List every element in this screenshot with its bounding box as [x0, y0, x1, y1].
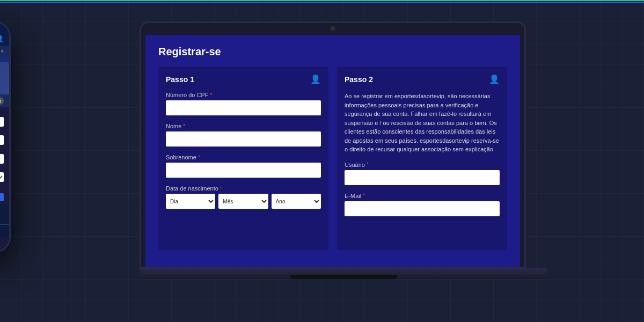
footer-col3-title: PRINCIPAL — [0, 208, 5, 211]
cpf-field: Número do CPF * — [166, 92, 321, 115]
usuario-label: Usuário * — [345, 162, 500, 168]
email-input[interactable] — [345, 201, 500, 216]
birthdate-star: * — [220, 186, 222, 192]
phone-nome-field: Nome * — [0, 130, 4, 145]
step2-person-icon: 👤 — [489, 74, 500, 84]
phone-steps: Passo 1 1 2 — [0, 94, 9, 107]
phone-sobrenome-input[interactable] — [0, 154, 4, 164]
nome-input[interactable] — [166, 131, 321, 147]
phone-year-select[interactable]: Ano — [0, 172, 4, 182]
cpf-input[interactable] — [166, 100, 321, 115]
laptop-camera — [331, 26, 335, 31]
green-line — [0, 0, 644, 1]
nome-star: * — [183, 123, 185, 129]
phone-body: ☰ Esportesda Sorte 👤 ‹ Registrar-se × — [0, 21, 11, 252]
day-select[interactable]: Dia — [166, 194, 215, 209]
nome-field: Nome * — [166, 123, 321, 147]
footer-col-3: PRINCIPAL ESPORTES Aposr — [0, 208, 5, 221]
phone-banner: BEM-VINDO CADASTRE-SE JÁ — [0, 57, 9, 94]
phone-mockup: ☰ Esportesda Sorte 👤 ‹ Registrar-se × — [0, 21, 11, 252]
user-icon[interactable]: 👤 — [0, 35, 4, 42]
step1-title: Passo 1 — [166, 75, 194, 84]
step2-header: Passo 2 👤 — [345, 74, 500, 84]
phone-form: Número do CPF * Nome * Sobrenome * — [0, 107, 9, 190]
step1-header: Passo 1 👤 — [166, 74, 321, 84]
usuario-field: Usuário * — [345, 162, 500, 185]
phone-footer: Sobre Nós Detalhes da Empresa Promoções … — [0, 204, 9, 224]
phone-screen: ☰ Esportesda Sorte 👤 ‹ Registrar-se × — [0, 23, 9, 251]
phone-sobrenome-label: Sobrenome * — [0, 149, 4, 152]
banner-figures — [0, 62, 9, 94]
cpf-star: * — [210, 92, 212, 98]
birthdate-field: Data de nascimento * Dia Mês — [166, 185, 321, 209]
phone-cpf-label: Número do CPF * — [0, 112, 4, 115]
phone-birthdate-row: Dia Mês Ano — [0, 172, 4, 182]
phone-cpf-input[interactable] — [0, 117, 4, 127]
phone-bottom-bar: ⌂ ⚽ 👤 ▦ — [0, 224, 9, 237]
phone-sobrenome-field: Sobrenome * — [0, 149, 4, 164]
email-field: E-Mail * — [345, 193, 500, 216]
sobrenome-label: Sobrenome * — [166, 154, 321, 160]
phone-nome-label: Nome * — [0, 130, 4, 134]
birthdate-row: Dia Mês Ano — [166, 194, 321, 209]
phone-birthdate-label: Data de nascimento * — [0, 167, 4, 171]
laptop-mockup: Registrar-se Passo 1 👤 Número do CPF * — [140, 21, 547, 301]
phone-cpf-field: Número do CPF * — [0, 112, 4, 127]
birthdate-label: Data de nascimento * — [166, 185, 321, 192]
phone-next-button[interactable]: PASSO 2 — [0, 193, 4, 201]
sobrenome-star: * — [198, 155, 200, 160]
laptop-body: Registrar-se Passo 1 👤 Número do CPF * — [140, 21, 526, 268]
phone-breadcrumb: ‹ Registrar-se × — [0, 46, 9, 57]
usuario-star: * — [367, 162, 369, 167]
screen-content: Registrar-se Passo 1 👤 Número do CPF * — [145, 35, 520, 267]
footer-link-aposr[interactable]: Aposr — [0, 217, 5, 220]
footer-link-esportes[interactable]: ESPORTES — [0, 213, 5, 216]
phone-birthdate-field: Data de nascimento * Dia Mês Ano — [0, 167, 4, 182]
step1-person-icon: 👤 — [310, 74, 321, 84]
info-text: Ao se registrar em esportesdasortevip, s… — [345, 92, 500, 154]
email-star: * — [363, 193, 365, 199]
phone-nome-input[interactable] — [0, 135, 4, 145]
nome-label: Nome * — [166, 123, 321, 129]
step2-title: Passo 2 — [345, 75, 373, 84]
laptop-screen: Registrar-se Passo 1 👤 Número do CPF * — [145, 35, 520, 267]
cpf-label: Número do CPF * — [166, 92, 321, 98]
usuario-input[interactable] — [345, 170, 500, 185]
email-label: E-Mail * — [345, 193, 500, 199]
blue-line — [0, 2, 644, 3]
accent-lines — [0, 0, 644, 3]
phone-nav: ☰ Esportesda Sorte 👤 — [0, 23, 9, 46]
form-columns: Passo 1 👤 Número do CPF * — [158, 67, 507, 250]
step2-column: Passo 2 👤 Ao se registrar em esportesdas… — [337, 67, 507, 250]
page-title: Registrar-se — [158, 46, 507, 58]
month-select[interactable]: Mês — [218, 194, 268, 209]
year-select[interactable]: Ano — [272, 194, 321, 209]
step-dots: 1 2 — [0, 97, 4, 105]
step2-dot: 2 — [0, 97, 4, 105]
sobrenome-field: Sobrenome * — [166, 154, 321, 178]
laptop-base — [140, 268, 547, 279]
sobrenome-input[interactable] — [166, 163, 321, 178]
close-button[interactable]: × — [1, 48, 4, 54]
figure-2 — [0, 62, 9, 94]
step1-column: Passo 1 👤 Número do CPF * — [158, 67, 328, 250]
